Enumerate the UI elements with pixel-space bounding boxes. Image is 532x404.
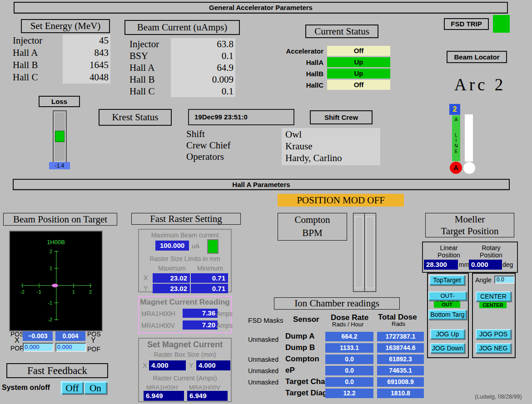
- aline-letter: A: [455, 117, 458, 123]
- row-value: 63.8: [171, 38, 235, 50]
- dose-rate-units: Rads / Hour: [332, 321, 363, 328]
- jog-neg-button[interactable]: JOG NEG: [476, 343, 511, 353]
- row-label: Hall C: [13, 71, 38, 84]
- x-axis-label: X: [15, 336, 20, 345]
- beam-spot-marker: [52, 284, 58, 287]
- x-min-value: 0.71: [191, 273, 228, 283]
- shift-value: Owl: [285, 128, 377, 140]
- box-size-label: Raster Box Size (mm): [139, 351, 231, 358]
- moeller-title-line1: Moeller: [426, 213, 514, 225]
- beam-current-table: Injector 63.8 BSY 0.1 Hall A 64.9 Hall B…: [129, 38, 235, 97]
- jog-up-button[interactable]: JOG Up: [430, 329, 465, 339]
- dose-rate-cell: 1133.1: [325, 343, 373, 353]
- aline-slider-knob[interactable]: [463, 162, 475, 174]
- beam-locator-button[interactable]: Beam Locator: [447, 51, 507, 63]
- author-credit: (Ludwig, 08/28/99): [475, 394, 522, 400]
- table-row: Hall B 1645: [13, 59, 110, 71]
- loss-value: -1.4: [49, 162, 70, 169]
- beam-position-readouts: POS X POF −0.003 0.004 POS Y POF 0.000 0…: [10, 330, 101, 354]
- krest-status-button[interactable]: Krest Status: [99, 109, 172, 126]
- linear-unit: mm: [459, 261, 469, 268]
- compton-line1: Compton: [278, 213, 347, 227]
- beam-position-title: Beam Position on Target: [3, 213, 117, 226]
- status-row-label: HallB: [269, 70, 323, 78]
- linear-position-value: 28.300: [424, 260, 458, 270]
- shift-field: Shift: [186, 128, 230, 140]
- magnet-h-current: 7.36: [183, 309, 218, 318]
- channel-label: MRA1H00H: [146, 384, 178, 391]
- loss-slider[interactable]: [53, 110, 67, 163]
- loss-slider-handle[interactable]: [55, 131, 65, 142]
- x-label: X: [143, 362, 147, 369]
- y-min-value: 0.71: [191, 284, 228, 293]
- channel-label: MRA1H00V: [141, 322, 175, 329]
- magnet-reading-title: Magnet Current Reading: [139, 298, 231, 307]
- top-target-button[interactable]: TopTarget: [429, 275, 465, 285]
- mask-cell: Unmasked: [248, 336, 278, 343]
- system-off-button[interactable]: Off: [61, 382, 83, 394]
- rotary-position-value: 0.000: [469, 260, 502, 270]
- status-row-label: HallA: [269, 59, 323, 66]
- compton-slider-left[interactable]: [353, 213, 365, 292]
- total-dose-cell: 61892.3: [377, 355, 424, 364]
- y-tick-label: -1: [48, 300, 52, 305]
- compton-slider-right[interactable]: [364, 213, 376, 292]
- status-hall-c: Off: [327, 80, 390, 90]
- row-label: Hall A: [129, 62, 154, 74]
- angle-input[interactable]: 0.0: [494, 276, 515, 284]
- set-energy-table: Injector 45 Hall A 843 Hall B 1645 Hall …: [13, 34, 110, 84]
- row-value: 0.1: [171, 50, 235, 62]
- max-beam-unit: uA: [192, 242, 199, 250]
- row-label: Hall C: [129, 85, 154, 97]
- jog-pos-button[interactable]: JOG POS: [476, 329, 511, 339]
- dose-rate-cell: 0.0: [325, 377, 373, 387]
- fsd-masks-header: FSD Masks: [248, 316, 283, 324]
- status-accelerator: Off: [327, 46, 390, 56]
- out-center-button[interactable]: OUT-CENTER: [428, 291, 467, 301]
- sensor-cell: Dump B: [285, 343, 315, 352]
- moeller-linear-controls: TopTarget OUT-CENTER OUT Bottom Targ JOG…: [427, 273, 469, 358]
- sensor-cell: Compton: [285, 355, 319, 364]
- beam-position-plot: 1H00B -2 -1 1 2 2 1 -1 -2: [9, 231, 103, 331]
- shift-field: Operators: [186, 151, 230, 163]
- sensor-cell: eP: [285, 366, 295, 375]
- center-button[interactable]: CENTER: [476, 291, 511, 301]
- pof-y-input[interactable]: 0.000: [55, 343, 86, 352]
- table-row: BSY 0.1: [129, 50, 235, 62]
- x-row-label: X: [144, 274, 148, 281]
- system-on-button[interactable]: On: [84, 382, 107, 394]
- shift-value: Hardy, Carlino: [285, 152, 377, 164]
- current-status-title: Current Status: [305, 25, 378, 38]
- mask-cell: Unmasked: [248, 379, 278, 386]
- raster-box-y-input[interactable]: 4.000: [196, 360, 230, 370]
- out-status: OUT: [434, 301, 460, 308]
- jog-down-button[interactable]: JOG Down: [430, 343, 465, 353]
- shift-value: Krause: [285, 140, 377, 152]
- aline-slider-track: [465, 114, 473, 162]
- y-axis-label: Y: [91, 336, 96, 345]
- status-row-label: HallC: [269, 81, 323, 89]
- aline-letter: I: [456, 138, 457, 143]
- rotary-position-label: Rotary Position: [475, 244, 507, 259]
- bottom-target-button[interactable]: Bottom Targ: [428, 310, 467, 320]
- plot-title: 1H00B: [47, 239, 65, 246]
- status-row-label: Accelerator: [269, 47, 323, 55]
- pos-x-readout: −0.003: [23, 331, 53, 341]
- column-max-label: Maximum: [158, 265, 186, 272]
- max-beam-label: Maximum Beam current: [139, 232, 231, 239]
- raster-box-x-input[interactable]: 4.000: [149, 360, 186, 370]
- total-dose-cell: 1727387.1: [377, 332, 424, 341]
- unit-label: Amps: [216, 322, 233, 329]
- aline-bottom-badge: A: [450, 162, 462, 174]
- y-tick-label: 1: [50, 266, 52, 271]
- beam-location-readout: Arc 2: [454, 75, 513, 94]
- table-row: Injector 45: [13, 34, 110, 47]
- total-dose-cell: 74635.1: [377, 366, 424, 375]
- accelerator-control-screen: General Accelerator Parameters Set Energ…: [0, 0, 532, 404]
- position-mod-banner: POSITION MOD OFF: [278, 194, 404, 207]
- dose-rate-cell: 0.0: [325, 366, 373, 375]
- y-row-label: Y: [144, 285, 148, 292]
- pos-y-readout: 0.004: [55, 331, 85, 341]
- pof-x-input[interactable]: 0.000: [23, 343, 54, 352]
- row-label: Hall A: [13, 47, 38, 59]
